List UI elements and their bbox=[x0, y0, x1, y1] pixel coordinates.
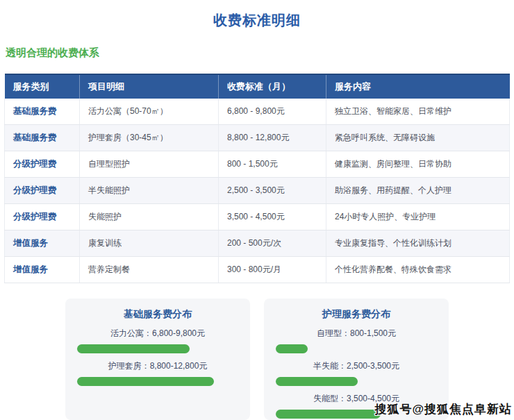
fee-table-body: 基础服务费活力公寓（50-70㎡）6,800 - 9,800元独立卫浴、智能家居… bbox=[5, 99, 510, 283]
cell-category: 基础服务费 bbox=[5, 99, 80, 125]
header-fee-standard: 收费标准（月） bbox=[219, 74, 326, 99]
fee-table: 服务类别 项目明细 收费标准（月） 服务内容 基础服务费活力公寓（50-70㎡）… bbox=[4, 74, 510, 283]
watermark: 搜狐号@搜狐焦点阜新站 bbox=[374, 401, 512, 417]
cell-category: 基础服务费 bbox=[5, 125, 80, 151]
bar bbox=[276, 377, 358, 386]
fee-table-header: 服务类别 项目明细 收费标准（月） 服务内容 bbox=[5, 74, 510, 99]
table-row: 增值服务康复训练200 - 500元/次专业康复指导、个性化训练计划 bbox=[5, 230, 510, 257]
table-row: 分级护理费半失能照护2,500 - 3,500元助浴服务、用药提醒、个人护理 bbox=[5, 178, 510, 204]
bar bbox=[276, 344, 308, 353]
cell-service-content: 专业康复指导、个性化训练计划 bbox=[326, 230, 510, 257]
cell-service-content: 24小时专人照护、专业护理 bbox=[326, 204, 510, 230]
bar-label: 半失能：2,500-3,500元 bbox=[276, 360, 437, 372]
cell-fee-standard: 6,800 - 9,800元 bbox=[219, 99, 326, 125]
cell-item-detail: 活力公寓（50-70㎡） bbox=[80, 99, 219, 125]
cell-fee-standard: 8,800 - 12,800元 bbox=[219, 125, 326, 151]
bar-group: 半失能：2,500-3,500元 bbox=[276, 360, 437, 386]
table-row: 基础服务费活力公寓（50-70㎡）6,800 - 9,800元独立卫浴、智能家居… bbox=[5, 99, 510, 125]
bar bbox=[276, 410, 381, 419]
cell-fee-standard: 3,500 - 4,500元 bbox=[219, 204, 326, 230]
table-row: 增值服务营养定制餐300 - 800元/月个性化营养配餐、特殊饮食需求 bbox=[5, 257, 510, 283]
cell-fee-standard: 800 - 1,500元 bbox=[219, 151, 326, 178]
cell-service-content: 助浴服务、用药提醒、个人护理 bbox=[326, 178, 510, 204]
cell-category: 增值服务 bbox=[5, 230, 80, 257]
cell-category: 分级护理费 bbox=[5, 178, 80, 204]
header-service-content: 服务内容 bbox=[326, 74, 510, 99]
basic-fee-chart-card: 基础服务费分布 活力公寓：6,800-9,800元护理套房：8,800-12,8… bbox=[65, 299, 250, 420]
cell-fee-standard: 2,500 - 3,500元 bbox=[219, 178, 326, 204]
bar bbox=[77, 344, 190, 353]
cell-fee-standard: 300 - 800元/月 bbox=[219, 257, 326, 283]
cell-item-detail: 营养定制餐 bbox=[80, 257, 219, 283]
header-service-category: 服务类别 bbox=[5, 74, 80, 99]
cell-service-content: 紧急呼叫系统、无障碍设施 bbox=[326, 125, 510, 151]
page-title: 收费标准明细 bbox=[0, 11, 514, 30]
cell-item-detail: 自理型照护 bbox=[80, 151, 219, 178]
bar-group: 自理型：800-1,500元 bbox=[276, 328, 437, 353]
chart-title: 护理服务费分布 bbox=[276, 308, 437, 321]
header-item-detail: 项目明细 bbox=[80, 74, 219, 99]
cell-item-detail: 康复训练 bbox=[80, 230, 219, 257]
chart-title: 基础服务费分布 bbox=[77, 308, 238, 321]
cell-item-detail: 半失能照护 bbox=[80, 178, 219, 204]
cell-item-detail: 护理套房（30-45㎡） bbox=[80, 125, 219, 151]
table-row: 基础服务费护理套房（30-45㎡）8,800 - 12,800元紧急呼叫系统、无… bbox=[5, 125, 510, 151]
bar-group: 护理套房：8,800-12,800元 bbox=[77, 360, 238, 386]
chart-bars: 活力公寓：6,800-9,800元护理套房：8,800-12,800元 bbox=[77, 328, 238, 386]
cell-category: 分级护理费 bbox=[5, 151, 80, 178]
bar-group: 活力公寓：6,800-9,800元 bbox=[77, 328, 238, 353]
cell-category: 增值服务 bbox=[5, 257, 80, 283]
cell-category: 分级护理费 bbox=[5, 204, 80, 230]
bar bbox=[77, 377, 214, 386]
cell-item-detail: 失能照护 bbox=[80, 204, 219, 230]
cell-fee-standard: 200 - 500元/次 bbox=[219, 230, 326, 257]
bar-label: 自理型：800-1,500元 bbox=[276, 328, 437, 339]
cell-service-content: 健康监测、房间整理、日常协助 bbox=[326, 151, 510, 178]
table-row: 分级护理费失能照护3,500 - 4,500元24小时专人照护、专业护理 bbox=[5, 204, 510, 230]
table-row: 分级护理费自理型照护800 - 1,500元健康监测、房间整理、日常协助 bbox=[5, 151, 510, 178]
bar-label: 护理套房：8,800-12,800元 bbox=[77, 360, 238, 372]
header-row: 服务类别 项目明细 收费标准（月） 服务内容 bbox=[5, 74, 510, 99]
cell-service-content: 个性化营养配餐、特殊饮食需求 bbox=[326, 257, 510, 283]
bar-label: 活力公寓：6,800-9,800元 bbox=[77, 328, 238, 339]
cell-service-content: 独立卫浴、智能家居、日常维护 bbox=[326, 99, 510, 125]
section-subtitle: 透明合理的收费体系 bbox=[6, 47, 514, 60]
